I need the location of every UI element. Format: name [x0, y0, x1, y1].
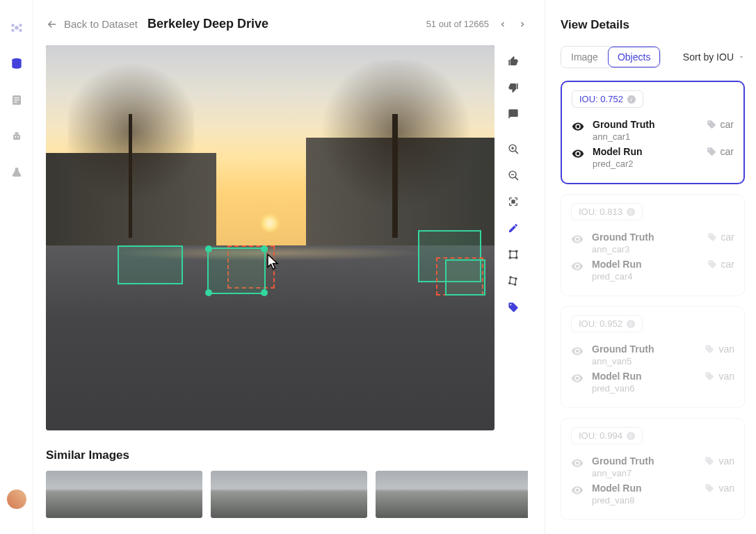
- visibility-toggle-icon[interactable]: [571, 457, 584, 469]
- svg-point-0: [15, 26, 19, 30]
- zoom-in-icon[interactable]: [501, 137, 525, 161]
- sort-dropdown[interactable]: Sort by IOU: [683, 51, 745, 63]
- object-sub: pred_car2: [593, 159, 698, 169]
- object-row: Model Runpred_car2car: [572, 146, 734, 169]
- bbox-gt-car-left[interactable]: [118, 245, 183, 284]
- object-row: Model Runpred_van8van: [571, 483, 734, 505]
- polygon-tool-icon[interactable]: [501, 269, 525, 293]
- svg-rect-10: [13, 135, 20, 140]
- object-tag: van: [705, 343, 734, 355]
- svg-point-12: [14, 136, 15, 138]
- object-row: Ground Truthann_car1car: [572, 119, 734, 142]
- visibility-toggle-icon[interactable]: [571, 372, 584, 385]
- sort-label: Sort by IOU: [683, 51, 734, 63]
- experiments-icon[interactable]: [8, 164, 25, 181]
- svg-point-23: [515, 278, 517, 280]
- object-sub: ann_van5: [592, 356, 696, 366]
- cursor-icon: [266, 253, 280, 271]
- iou-chip: IOU: 0.813i: [571, 203, 643, 220]
- svg-point-21: [515, 257, 517, 258]
- svg-rect-7: [14, 97, 19, 98]
- object-title: Ground Truth: [592, 343, 696, 355]
- thumbs-up-icon[interactable]: [501, 49, 525, 73]
- object-row: Model Runpred_van6van: [571, 371, 734, 394]
- model-icon[interactable]: [8, 128, 25, 145]
- similar-thumb[interactable]: [46, 471, 202, 518]
- sidebar-nav: [0, 0, 33, 534]
- tab-objects[interactable]: Objects: [608, 47, 660, 67]
- page-title: Berkeley Deep Drive: [147, 17, 268, 31]
- object-tag: car: [707, 146, 734, 157]
- object-row: Ground Truthann_van7van: [571, 455, 734, 478]
- similar-thumb[interactable]: [211, 471, 367, 518]
- detection-card[interactable]: IOU: 0.994iGround Truthann_van7vanModel …: [561, 418, 745, 520]
- back-to-dataset-link[interactable]: Back to Dataset: [64, 18, 138, 30]
- svg-point-20: [509, 257, 510, 258]
- object-sub: ann_van7: [592, 468, 696, 478]
- svg-point-19: [515, 250, 517, 252]
- similar-thumb[interactable]: [376, 471, 528, 518]
- svg-rect-9: [14, 102, 17, 102]
- object-sub: ann_car1: [593, 131, 698, 142]
- svg-point-18: [509, 250, 510, 252]
- svg-point-24: [515, 284, 516, 285]
- image-canvas[interactable]: [46, 45, 494, 430]
- docs-icon[interactable]: [8, 92, 25, 108]
- object-sub: ann_car3: [592, 244, 699, 254]
- info-icon[interactable]: i: [627, 432, 635, 440]
- pager-prev-icon[interactable]: [497, 19, 508, 30]
- visibility-toggle-icon[interactable]: [571, 484, 584, 496]
- svg-point-3: [11, 29, 14, 31]
- zoom-out-icon[interactable]: [501, 163, 525, 187]
- svg-rect-16: [511, 200, 515, 203]
- box-tool-icon[interactable]: [501, 243, 525, 266]
- back-arrow-icon[interactable]: [46, 18, 58, 31]
- caret-down-icon: [738, 54, 745, 60]
- detection-card[interactable]: IOU: 0.752iGround Truthann_car1carModel …: [561, 81, 745, 184]
- object-sub: pred_van8: [592, 495, 696, 505]
- view-toggle: Image Objects: [561, 46, 661, 68]
- details-title: View Details: [561, 18, 745, 32]
- object-tag: van: [705, 483, 734, 494]
- pager-next-icon[interactable]: [517, 19, 528, 30]
- object-sub: pred_car4: [592, 271, 699, 282]
- object-title: Model Run: [592, 259, 699, 270]
- svg-point-22: [510, 277, 511, 278]
- object-tag: car: [707, 259, 734, 270]
- svg-point-13: [17, 136, 19, 138]
- pager: 51 out of 12665: [426, 19, 528, 30]
- detection-card[interactable]: IOU: 0.813iGround Truthann_car3carModel …: [561, 194, 745, 296]
- info-icon[interactable]: i: [627, 320, 635, 328]
- svg-rect-17: [510, 251, 516, 257]
- visibility-toggle-icon[interactable]: [571, 233, 584, 245]
- visibility-toggle-icon[interactable]: [571, 260, 584, 273]
- object-title: Model Run: [592, 371, 696, 382]
- pager-text: 51 out of 12665: [426, 19, 489, 29]
- visibility-toggle-icon[interactable]: [571, 345, 584, 357]
- datasets-icon[interactable]: [8, 56, 25, 72]
- comment-icon[interactable]: [501, 102, 525, 126]
- visibility-toggle-icon[interactable]: [572, 147, 584, 160]
- visibility-toggle-icon[interactable]: [572, 120, 584, 133]
- fit-icon[interactable]: [501, 190, 525, 213]
- detection-card[interactable]: IOU: 0.952iGround Truthann_van5vanModel …: [561, 306, 745, 408]
- logo-icon[interactable]: [8, 19, 25, 36]
- similar-images-title: Similar Images: [46, 448, 528, 462]
- iou-chip: IOU: 0.994i: [571, 427, 643, 444]
- svg-point-1: [11, 24, 14, 26]
- details-panel: View Details Image Objects Sort by IOU I…: [545, 0, 756, 534]
- avatar[interactable]: [7, 490, 26, 509]
- bbox-gt-van2[interactable]: [445, 259, 485, 296]
- bbox-gt-car-selected[interactable]: [207, 248, 266, 294]
- tab-image[interactable]: Image: [561, 47, 608, 67]
- thumbs-down-icon[interactable]: [501, 76, 525, 99]
- object-title: Ground Truth: [592, 455, 696, 467]
- tag-tool-icon[interactable]: [501, 296, 525, 319]
- object-tag: van: [705, 455, 734, 467]
- svg-rect-8: [14, 99, 19, 100]
- info-icon[interactable]: i: [627, 95, 636, 104]
- object-sub: pred_van6: [592, 383, 696, 394]
- pencil-icon[interactable]: [501, 216, 525, 240]
- info-icon[interactable]: i: [627, 208, 635, 216]
- main-content: Back to Dataset Berkeley Deep Drive 51 o…: [33, 0, 545, 534]
